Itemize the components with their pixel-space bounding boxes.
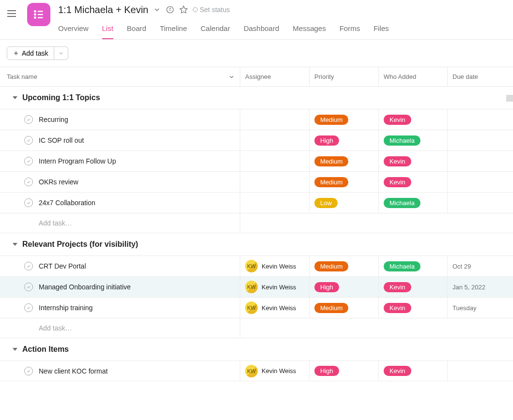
section-header[interactable]: Action Items xyxy=(0,338,513,360)
tab-forms[interactable]: Forms xyxy=(340,21,360,39)
complete-task-icon[interactable] xyxy=(24,303,33,312)
section-header[interactable]: Relevant Projects (for visibility) xyxy=(0,233,513,255)
task-row[interactable]: New client KOC formatKWKevin WeissHighKe… xyxy=(0,360,513,381)
avatar: KW xyxy=(245,301,258,314)
priority-cell[interactable]: Low xyxy=(310,193,379,213)
who-added-cell[interactable]: Kevin xyxy=(379,151,448,171)
complete-task-icon[interactable] xyxy=(24,367,33,375)
column-who-added[interactable]: Who Added xyxy=(379,67,448,86)
column-due-date[interactable]: Due date xyxy=(448,67,513,86)
priority-pill: Medium xyxy=(314,303,348,313)
task-row[interactable]: RecurringMediumKevin xyxy=(0,109,513,130)
complete-task-icon[interactable] xyxy=(24,178,33,186)
assignee-cell[interactable]: KWKevin Weiss xyxy=(240,361,310,381)
task-row[interactable]: OKRs reviewMediumKevin xyxy=(0,171,513,192)
chevron-down-icon[interactable] xyxy=(228,74,235,80)
who-added-cell[interactable]: Kevin xyxy=(379,361,448,381)
caret-down-icon xyxy=(13,96,17,99)
set-status-button[interactable]: Set status xyxy=(193,6,230,14)
who-added-pill: Kevin xyxy=(384,282,411,292)
task-row[interactable]: CRT Dev PortalKWKevin WeissMediumMichael… xyxy=(0,255,513,276)
svg-point-5 xyxy=(34,14,36,15)
who-added-cell[interactable]: Kevin xyxy=(379,277,448,297)
due-date-cell[interactable] xyxy=(448,130,513,150)
complete-task-icon[interactable] xyxy=(24,136,33,145)
add-task-dropdown[interactable] xyxy=(54,46,68,60)
info-icon[interactable] xyxy=(166,5,174,14)
who-added-cell[interactable]: Kevin xyxy=(379,109,448,130)
priority-cell[interactable]: Medium xyxy=(310,256,379,276)
tab-timeline[interactable]: Timeline xyxy=(160,21,187,39)
task-row[interactable]: Managed Onboarding initiativeKWKevin Wei… xyxy=(0,276,513,297)
add-task-button[interactable]: Add task xyxy=(7,46,54,60)
priority-cell[interactable]: Medium xyxy=(310,151,379,171)
column-assignee[interactable]: Assignee xyxy=(240,67,310,86)
assignee-cell[interactable]: KWKevin Weiss xyxy=(240,298,310,318)
assignee-cell[interactable] xyxy=(240,193,310,213)
complete-task-icon[interactable] xyxy=(24,157,33,165)
complete-task-icon[interactable] xyxy=(24,283,33,291)
priority-pill: High xyxy=(314,366,339,376)
task-row[interactable]: 24x7 CollaborationLowMichaela xyxy=(0,192,513,213)
table-body: Upcoming 1:1 TopicsRecurringMediumKevinI… xyxy=(0,87,513,381)
section-title: Action Items xyxy=(22,345,69,354)
add-task-row[interactable]: Add task… xyxy=(0,318,513,338)
task-name: Recurring xyxy=(39,116,68,123)
add-task-row[interactable]: Add task… xyxy=(0,213,513,233)
due-date-cell[interactable] xyxy=(448,172,513,192)
avatar: KW xyxy=(245,365,258,377)
priority-cell[interactable]: High xyxy=(310,277,379,297)
assignee-name: Kevin Weiss xyxy=(262,367,296,375)
tab-calendar[interactable]: Calendar xyxy=(201,21,230,39)
who-added-cell[interactable]: Michaela xyxy=(379,130,448,150)
due-date-cell[interactable]: Oct 29 xyxy=(448,256,513,276)
column-priority[interactable]: Priority xyxy=(310,67,379,86)
assignee-cell[interactable] xyxy=(240,151,310,171)
menu-icon[interactable] xyxy=(6,8,17,19)
chevron-down-icon[interactable] xyxy=(153,6,161,14)
star-icon[interactable] xyxy=(179,5,188,14)
assignee-cell[interactable] xyxy=(240,172,310,192)
assignee-cell[interactable]: KWKevin Weiss xyxy=(240,256,310,276)
task-row[interactable]: Intern Program Follow UpMediumKevin xyxy=(0,150,513,171)
status-circle-icon xyxy=(193,7,198,12)
assignee-cell[interactable] xyxy=(240,130,310,150)
tab-board[interactable]: Board xyxy=(127,21,146,39)
scrollbar-up-icon[interactable] xyxy=(506,95,513,102)
due-date-cell[interactable]: Jan 5, 2022 xyxy=(448,277,513,297)
priority-pill: Medium xyxy=(314,115,348,125)
who-added-cell[interactable]: Kevin xyxy=(379,298,448,318)
due-date-cell[interactable] xyxy=(448,193,513,213)
priority-cell[interactable]: Medium xyxy=(310,298,379,318)
priority-cell[interactable]: Medium xyxy=(310,172,379,192)
tab-files[interactable]: Files xyxy=(373,21,389,39)
tab-overview[interactable]: Overview xyxy=(58,21,89,39)
complete-task-icon[interactable] xyxy=(24,262,33,270)
who-added-cell[interactable]: Michaela xyxy=(379,193,448,213)
caret-down-icon xyxy=(13,348,17,351)
tab-list[interactable]: List xyxy=(102,21,113,39)
complete-task-icon[interactable] xyxy=(24,198,33,207)
assignee-cell[interactable] xyxy=(240,109,310,130)
due-date-cell[interactable] xyxy=(448,109,513,130)
who-added-cell[interactable]: Kevin xyxy=(379,172,448,192)
who-added-cell[interactable]: Michaela xyxy=(379,256,448,276)
svg-point-7 xyxy=(34,17,36,18)
priority-cell[interactable]: High xyxy=(310,361,379,381)
priority-cell[interactable]: Medium xyxy=(310,109,379,130)
due-date-cell[interactable] xyxy=(448,361,513,381)
page-title[interactable]: 1:1 Michaela + Kevin xyxy=(58,4,148,15)
task-row[interactable]: Internship trainingKWKevin WeissMediumKe… xyxy=(0,297,513,318)
assignee-cell[interactable]: KWKevin Weiss xyxy=(240,277,310,297)
tab-messages[interactable]: Messages xyxy=(293,21,326,39)
tab-dashboard[interactable]: Dashboard xyxy=(244,21,279,39)
due-date-cell[interactable] xyxy=(448,151,513,171)
column-task-name[interactable]: Task name xyxy=(0,67,240,86)
due-date-cell[interactable]: Tuesday xyxy=(448,298,513,318)
section-header[interactable]: Upcoming 1:1 Topics xyxy=(0,87,513,109)
complete-task-icon[interactable] xyxy=(24,115,33,124)
priority-cell[interactable]: High xyxy=(310,130,379,150)
caret-down-icon xyxy=(13,243,17,246)
task-row[interactable]: IC SOP roll outHighMichaela xyxy=(0,130,513,150)
add-task-label: Add task xyxy=(22,49,48,57)
